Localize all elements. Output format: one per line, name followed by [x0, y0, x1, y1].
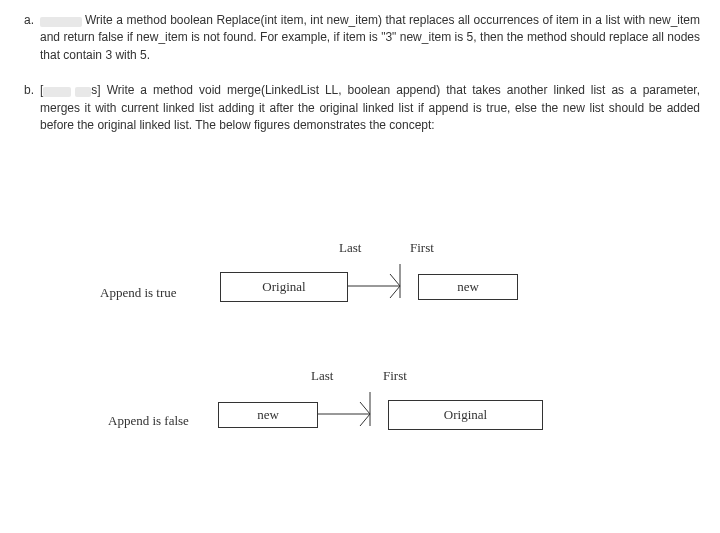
box-original-1: Original [220, 272, 348, 302]
problem-a: a. Write a method boolean Replace(int it… [20, 12, 700, 64]
box-new-1: new [418, 274, 518, 300]
arrow-2 [318, 392, 390, 426]
problem-a-body: Write a method boolean Replace(int item,… [40, 12, 700, 64]
diagram-row-true: Last First Append is true Original new [60, 240, 660, 360]
svg-line-5 [360, 402, 370, 414]
box-new-2: new [218, 402, 318, 428]
svg-line-2 [390, 286, 400, 298]
label-last-2: Last [311, 368, 333, 384]
arrow-1 [348, 264, 420, 298]
problem-b-text: Write a method void merge(LinkedList LL,… [40, 83, 700, 132]
svg-line-1 [390, 274, 400, 286]
diagram-area: Last First Append is true Original new L… [60, 240, 660, 496]
problem-b: b. [s] Write a method void merge(LinkedL… [20, 82, 700, 134]
problem-a-letter: a. [20, 12, 34, 64]
caption-append-true: Append is true [100, 285, 177, 301]
redacted-mark-b1 [43, 87, 71, 97]
label-last-1: Last [339, 240, 361, 256]
caption-append-false: Append is false [108, 413, 189, 429]
box-original-2: Original [388, 400, 543, 430]
redacted-mark-b2 [75, 87, 91, 97]
svg-line-6 [360, 414, 370, 426]
label-first-1: First [410, 240, 434, 256]
diagram-row-false: Last First Append is false new Original [60, 368, 660, 488]
problem-b-body: [s] Write a method void merge(LinkedList… [40, 82, 700, 134]
problem-a-text: Write a method boolean Replace(int item,… [40, 13, 700, 62]
redacted-mark-a [40, 17, 82, 27]
problem-b-letter: b. [20, 82, 34, 134]
problem-b-lead2: s] [91, 83, 100, 97]
label-first-2: First [383, 368, 407, 384]
